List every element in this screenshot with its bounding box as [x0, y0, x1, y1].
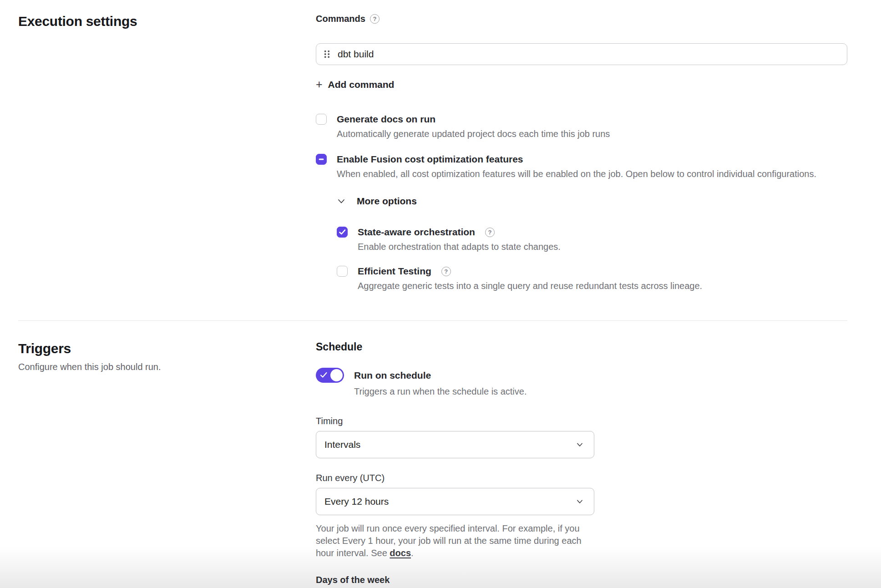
- run-every-select[interactable]: Every 12 hours: [316, 488, 594, 515]
- toggle-check-icon: [320, 371, 328, 379]
- efficient-testing-help-icon[interactable]: ?: [441, 267, 451, 276]
- state-aware-label: State-aware orchestration: [358, 227, 475, 238]
- drag-handle-icon[interactable]: [324, 49, 330, 59]
- efficient-testing-label: Efficient Testing: [358, 266, 431, 277]
- generate-docs-checkbox[interactable]: [316, 114, 327, 125]
- run-every-select-value: Every 12 hours: [324, 496, 389, 507]
- chevron-down-icon: [576, 497, 584, 506]
- job-settings-page: Execution settings Commands ?: [0, 0, 881, 588]
- triggers-title: Triggers: [18, 341, 316, 356]
- docs-link[interactable]: docs: [390, 548, 411, 558]
- fusion-description: When enabled, all cost optimization feat…: [337, 169, 847, 179]
- generate-docs-description: Automatically generate updated project d…: [337, 129, 847, 139]
- commands-label-row: Commands ?: [316, 14, 847, 24]
- execution-settings-title: Execution settings: [18, 14, 316, 29]
- command-input[interactable]: dbt build: [316, 43, 847, 65]
- more-options-toggle[interactable]: More options: [337, 196, 417, 207]
- timing-select[interactable]: Intervals: [316, 431, 594, 458]
- add-command-label: Add command: [328, 79, 395, 90]
- toggle-knob: [330, 369, 343, 381]
- execution-settings-header: Execution settings: [18, 14, 316, 29]
- triggers-header: Triggers Configure when this job should …: [18, 341, 316, 372]
- run-every-label: Run every (UTC): [316, 473, 847, 483]
- state-aware-checkbox[interactable]: [337, 227, 348, 238]
- helper-text-before: Your job will run once every specified i…: [316, 523, 582, 558]
- more-options-label: More options: [357, 196, 417, 207]
- state-aware-help-icon[interactable]: ?: [485, 228, 495, 237]
- fusion-checkbox[interactable]: [316, 154, 327, 165]
- triggers-section: Triggers Configure when this job should …: [18, 321, 847, 588]
- generate-docs-option: Generate docs on run Automatically gener…: [316, 114, 847, 139]
- days-of-week-label: Days of the week: [316, 575, 847, 585]
- fusion-label: Enable Fusion cost optimization features: [337, 154, 523, 165]
- run-on-schedule-toggle[interactable]: [316, 368, 344, 383]
- commands-help-icon[interactable]: ?: [370, 14, 380, 24]
- triggers-content: Schedule Run on schedule Triggers a run …: [316, 341, 847, 588]
- interval-helper-text: Your job will run once every specified i…: [316, 522, 592, 559]
- run-on-schedule-row: Run on schedule: [316, 368, 847, 383]
- timing-select-value: Intervals: [324, 439, 360, 450]
- fusion-option: Enable Fusion cost optimization features…: [316, 154, 847, 179]
- add-command-button[interactable]: + Add command: [316, 79, 394, 90]
- state-aware-description: Enable orchestration that adapts to stat…: [358, 242, 847, 252]
- run-on-schedule-description: Triggers a run when the schedule is acti…: [354, 386, 847, 397]
- timing-label: Timing: [316, 416, 847, 426]
- efficient-testing-option: Efficient Testing ? Aggregate generic te…: [337, 266, 847, 291]
- triggers-subtitle: Configure when this job should run.: [18, 362, 316, 372]
- efficient-testing-checkbox[interactable]: [337, 266, 348, 277]
- execution-settings-content: Commands ? db: [316, 14, 847, 291]
- efficient-testing-description: Aggregate generic tests into a single qu…: [358, 281, 847, 291]
- chevron-down-icon: [576, 441, 584, 449]
- run-on-schedule-label: Run on schedule: [354, 370, 431, 381]
- helper-text-after: .: [411, 548, 414, 558]
- chevron-down-icon: [337, 197, 346, 206]
- execution-settings-section: Execution settings Commands ?: [18, 14, 847, 291]
- generate-docs-label: Generate docs on run: [337, 114, 435, 125]
- command-value[interactable]: dbt build: [338, 49, 374, 60]
- state-aware-option: State-aware orchestration ? Enable orche…: [337, 227, 847, 252]
- schedule-title: Schedule: [316, 341, 847, 353]
- commands-label: Commands: [316, 14, 365, 24]
- plus-icon: +: [316, 79, 323, 90]
